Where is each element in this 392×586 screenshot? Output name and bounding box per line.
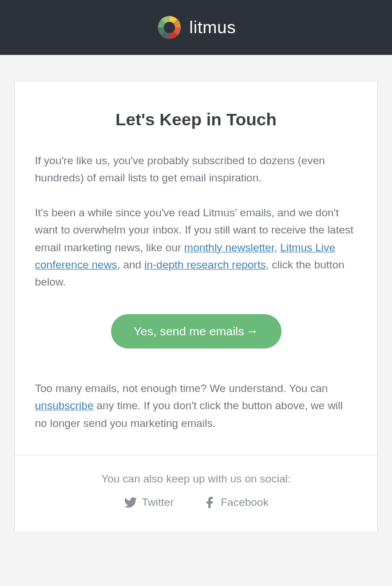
- unsubscribe-link[interactable]: unsubscribe: [35, 399, 93, 411]
- arrow-right-icon: →: [247, 324, 259, 338]
- email-card: Let's Keep in Touch If you're like us, y…: [14, 81, 378, 533]
- app-header: litmus: [0, 0, 392, 55]
- research-reports-link[interactable]: in-depth research reports: [144, 259, 266, 271]
- brand-name: litmus: [189, 18, 236, 37]
- facebook-icon: [203, 496, 216, 509]
- social-row: Twitter Facebook: [35, 496, 357, 509]
- intro-paragraph: If you're like us, you've probably subsc…: [35, 152, 357, 187]
- twitter-label: Twitter: [142, 496, 174, 509]
- cta-row: Yes, send me emails→: [35, 314, 357, 349]
- brand-logo: litmus: [156, 14, 236, 41]
- cta-label: Yes, send me emails: [134, 324, 244, 338]
- paragraph-text: , and: [117, 259, 145, 271]
- paragraph-text: ,: [274, 241, 280, 254]
- unsubscribe-paragraph: Too many emails, not enough time? We und…: [35, 380, 357, 432]
- facebook-link[interactable]: Facebook: [203, 496, 268, 509]
- newsletter-link[interactable]: monthly newsletter: [184, 241, 274, 254]
- twitter-link[interactable]: Twitter: [124, 496, 174, 509]
- footer-text: You can also keep up with us on social:: [35, 473, 357, 485]
- card-title: Let's Keep in Touch: [35, 110, 357, 129]
- litmus-logo-icon: [156, 14, 183, 41]
- card-footer: You can also keep up with us on social: …: [15, 455, 377, 532]
- twitter-icon: [124, 496, 137, 509]
- facebook-label: Facebook: [221, 496, 268, 509]
- content-area: Let's Keep in Touch If you're like us, y…: [0, 55, 392, 547]
- main-paragraph: It's been a while since you've read Litm…: [35, 204, 357, 291]
- paragraph-text: Too many emails, not enough time? We und…: [35, 382, 328, 394]
- send-emails-button[interactable]: Yes, send me emails→: [111, 314, 282, 349]
